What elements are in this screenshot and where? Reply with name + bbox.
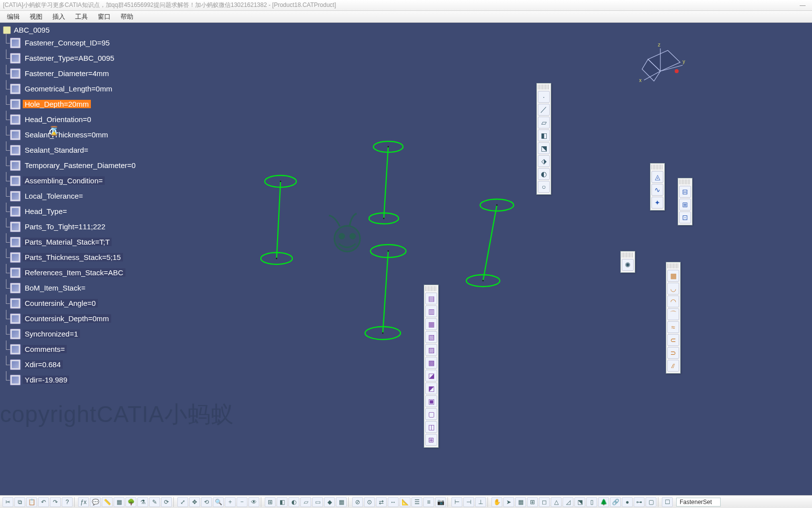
circle-icon[interactable]: ○ bbox=[538, 181, 550, 193]
redo-icon[interactable]: ↷ bbox=[50, 497, 61, 507]
tree-node[interactable]: Synchronized=1 bbox=[0, 326, 188, 341]
zoomout-icon[interactable]: － bbox=[237, 497, 247, 507]
look-icon[interactable]: 👁 bbox=[248, 497, 259, 507]
tree-icon[interactable]: 🌳 bbox=[125, 497, 136, 507]
ruler-icon[interactable]: 📐 bbox=[400, 497, 410, 507]
palette-grip[interactable] bbox=[651, 165, 663, 169]
tree-node[interactable]: Temporary_Fastener_Diameter=0 bbox=[0, 158, 188, 173]
meas-icon[interactable]: 📏 bbox=[102, 497, 113, 507]
tree-node[interactable]: Fastener_Diameter=4mm bbox=[0, 66, 188, 81]
multi-icon[interactable]: ⊞ bbox=[265, 497, 276, 507]
operations-palette[interactable]: ⊟⊞⊡ bbox=[678, 178, 692, 225]
diag-icon[interactable]: ◿ bbox=[563, 497, 573, 507]
loft-icon[interactable]: ≈ bbox=[667, 321, 679, 333]
tree-node[interactable]: References_Item_Stack=ABC bbox=[0, 265, 188, 280]
block2-icon[interactable]: ◩ bbox=[425, 382, 437, 394]
cube1-icon[interactable]: ▢ bbox=[425, 408, 437, 420]
wireframe-palette[interactable]: ·／▱◧⬔⬗◐○ bbox=[536, 83, 551, 195]
tree-node[interactable]: Countersink_Angle=0 bbox=[0, 296, 188, 311]
fastener-palette[interactable]: ▤▥▦▧▨▩◪◩▣▢◫⊞ bbox=[424, 285, 439, 448]
surface-icon[interactable]: ◧ bbox=[538, 129, 550, 141]
bend-icon[interactable]: ⌒ bbox=[667, 308, 679, 320]
hlr-icon[interactable]: ▭ bbox=[312, 497, 323, 507]
ax3-icon[interactable]: ⊥ bbox=[475, 497, 486, 507]
hand-icon[interactable]: ✋ bbox=[491, 497, 502, 507]
tree-node[interactable]: Fastener_Type=ABC_0095 bbox=[0, 50, 188, 66]
rotate-icon[interactable]: ⟲ bbox=[201, 497, 212, 507]
tree2-icon[interactable]: 🌲 bbox=[598, 497, 609, 507]
paste-icon[interactable]: 📋 bbox=[26, 497, 37, 507]
wire-icon[interactable]: ▱ bbox=[300, 497, 311, 507]
tree-node[interactable]: Hole_Depth=20mm bbox=[0, 96, 188, 112]
tree-node[interactable]: Head_Type= bbox=[0, 204, 188, 219]
tree-node[interactable]: Ydir=-19.989 bbox=[0, 372, 188, 387]
fx-icon[interactable]: ƒx bbox=[78, 497, 89, 507]
design-icon[interactable]: ✎ bbox=[149, 497, 160, 507]
pan-icon[interactable]: ✥ bbox=[189, 497, 200, 507]
dim-icon[interactable]: ↔ bbox=[388, 497, 399, 507]
menu-2[interactable]: 插入 bbox=[47, 11, 70, 22]
tree-node[interactable]: Geometrical_Length=0mm bbox=[0, 81, 188, 96]
camera-icon[interactable]: 📷 bbox=[435, 497, 446, 507]
snap-icon[interactable]: ⊞ bbox=[527, 497, 538, 507]
mat-icon[interactable]: ◆ bbox=[324, 497, 335, 507]
tree-node[interactable]: BoM_Item_Stack= bbox=[0, 280, 188, 296]
surfaces-palette[interactable]: ▦◡◠⌒≈⊂⊃⫽ bbox=[666, 262, 681, 374]
mix-icon[interactable]: ⊞ bbox=[425, 434, 437, 446]
spec-tree[interactable]: ABC_0095 Fastener_Concept_ID=95Fastener_… bbox=[0, 25, 188, 387]
analysis-palette[interactable]: ◬∿✦ bbox=[650, 163, 665, 211]
cube-icon[interactable]: ◻ bbox=[539, 497, 550, 507]
box-icon[interactable]: ▢ bbox=[646, 497, 656, 507]
wrap-icon[interactable]: ◬ bbox=[651, 171, 663, 183]
compass[interactable]: z y x bbox=[633, 42, 688, 86]
block3-icon[interactable]: ▣ bbox=[425, 395, 437, 407]
tree-node[interactable]: Countersink_Depth=0mm bbox=[0, 311, 188, 326]
sweep-icon[interactable]: ⬗ bbox=[538, 155, 550, 167]
burst-icon[interactable]: ✺ bbox=[622, 259, 634, 271]
curve-icon[interactable]: ∿ bbox=[651, 184, 663, 196]
sweep2-icon[interactable]: ◡ bbox=[667, 283, 679, 295]
palette-grip[interactable] bbox=[667, 263, 679, 268]
swap-icon[interactable]: ⇄ bbox=[376, 497, 387, 507]
tree-node[interactable]: Parts_Thickness_Stack=5;15 bbox=[0, 250, 188, 265]
comment-icon[interactable]: 💬 bbox=[90, 497, 101, 507]
show-icon[interactable]: ⊙ bbox=[364, 497, 375, 507]
link-icon[interactable]: 🔗 bbox=[610, 497, 621, 507]
ball-icon[interactable]: ● bbox=[622, 497, 633, 507]
zoomin-icon[interactable]: ＋ bbox=[225, 497, 236, 507]
persp-icon[interactable]: ▦ bbox=[336, 497, 347, 507]
join-icon[interactable]: ⊡ bbox=[679, 212, 691, 223]
arc-icon[interactable]: ◠ bbox=[667, 296, 679, 307]
palette-grip[interactable] bbox=[425, 286, 437, 291]
tree-node[interactable]: Head_Orientation=0 bbox=[0, 112, 188, 127]
copy-icon[interactable]: ⧉ bbox=[14, 497, 25, 507]
palette-grip[interactable] bbox=[679, 179, 691, 184]
sect-icon[interactable]: ▯ bbox=[586, 497, 597, 507]
cube2-icon[interactable]: ◫ bbox=[425, 421, 437, 433]
grid-icon[interactable]: ▦ bbox=[667, 270, 679, 282]
undo-icon[interactable]: ↶ bbox=[38, 497, 49, 507]
block1-icon[interactable]: ◪ bbox=[425, 370, 437, 381]
menu-3[interactable]: 工具 bbox=[70, 11, 93, 22]
hide-icon[interactable]: ⊘ bbox=[352, 497, 363, 507]
ptr-icon[interactable]: ➤ bbox=[503, 497, 514, 507]
extrude-icon[interactable]: ⬔ bbox=[538, 142, 550, 154]
tree-node[interactable]: Parts_To_Tight=111;222 bbox=[0, 219, 188, 234]
trim-icon[interactable]: ⊞ bbox=[679, 199, 691, 211]
fit-icon[interactable]: ⤢ bbox=[177, 497, 188, 507]
menu-5[interactable]: 帮助 bbox=[116, 11, 138, 22]
layer3-icon[interactable]: ▨ bbox=[425, 344, 437, 356]
menu-1[interactable]: 视图 bbox=[25, 11, 47, 22]
tree-node[interactable]: Parts_Material_Stack=T;T bbox=[0, 234, 188, 250]
analyze-icon[interactable]: ✦ bbox=[651, 197, 663, 209]
tree-node[interactable]: Local_Tolerance= bbox=[0, 188, 188, 204]
ax1-icon[interactable]: ⊢ bbox=[451, 497, 462, 507]
line-icon[interactable]: ／ bbox=[538, 104, 550, 116]
checkbox-icon[interactable]: ☐ bbox=[662, 497, 673, 507]
layer-icon[interactable]: ≡ bbox=[423, 497, 434, 507]
conn-icon[interactable]: ⊶ bbox=[634, 497, 645, 507]
stack2-icon[interactable]: ▥ bbox=[425, 305, 437, 317]
grid2-icon[interactable]: ▦ bbox=[515, 497, 526, 507]
command-field[interactable]: FastenerSet bbox=[676, 498, 721, 507]
tree-root[interactable]: ABC_0095 bbox=[0, 25, 188, 35]
